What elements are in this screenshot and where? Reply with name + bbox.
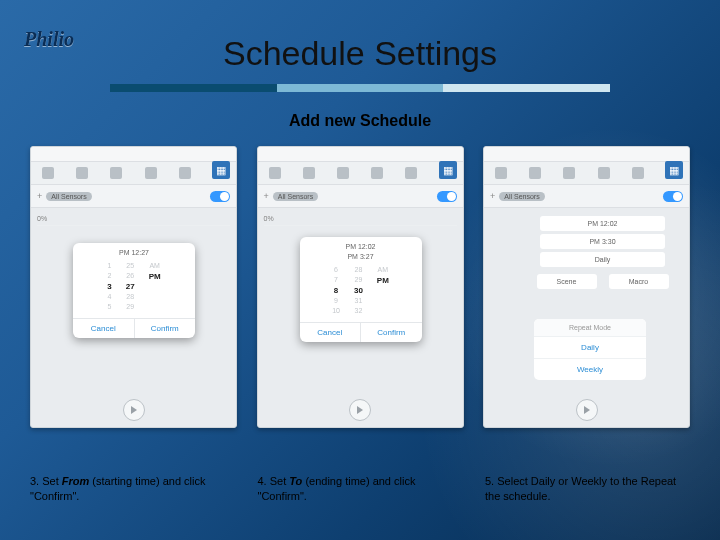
tab-bar xyxy=(258,162,463,185)
play-icon[interactable] xyxy=(349,399,371,421)
cancel-button[interactable]: Cancel xyxy=(300,323,362,342)
popup-header-from: PM 12:02 xyxy=(300,243,422,250)
caption-3: 5. Select Daily or Weekly to the Repeat … xyxy=(485,474,690,504)
calendar-icon[interactable]: ▦ xyxy=(665,161,683,179)
macro-button[interactable]: Macro xyxy=(609,274,669,289)
repeat-option-daily[interactable]: Daily xyxy=(534,336,646,358)
time-picker-popup: PM 12:27 1 2 3 4 5 25 26 27 28 29 AM xyxy=(73,243,195,338)
calendar-icon[interactable]: ▦ xyxy=(212,161,230,179)
scene-button[interactable]: Scene xyxy=(537,274,597,289)
sensor-pill[interactable]: All Sensors xyxy=(499,192,544,201)
form-list: 0% xyxy=(31,208,236,230)
form-list: 0% xyxy=(258,208,463,230)
play-icon[interactable] xyxy=(123,399,145,421)
list-item: 0% xyxy=(264,212,457,226)
secondary-row: + All Sensors xyxy=(31,185,236,208)
tab-bar xyxy=(31,162,236,185)
tab-icon xyxy=(110,167,122,179)
subtitle: Add new Schedule xyxy=(0,112,720,130)
play-icon[interactable] xyxy=(576,399,598,421)
popup-header-to: PM 3:27 xyxy=(300,253,422,260)
to-field[interactable]: PM 3:30 xyxy=(540,234,665,249)
repeat-header: Repeat Mode xyxy=(534,319,646,336)
secondary-row: + All Sensors xyxy=(484,185,689,208)
time-picker-popup: PM 12:02 PM 3:27 6 7 8 9 10 28 29 30 31 … xyxy=(300,237,422,342)
caption-2: 4. Set To (ending time) and click "Confi… xyxy=(258,474,463,504)
toggle-switch[interactable] xyxy=(437,191,457,202)
cancel-button[interactable]: Cancel xyxy=(73,319,135,338)
caption-1: 3. Set From (starting time) and click "C… xyxy=(30,474,235,504)
tab-icon xyxy=(179,167,191,179)
tab-icon xyxy=(145,167,157,179)
status-bar xyxy=(31,147,236,162)
accent-bar xyxy=(110,84,610,92)
status-bar xyxy=(484,147,689,162)
screenshot-to-time: + All Sensors ▦ 0% PM 12:02 PM 3:27 6 7 … xyxy=(257,146,464,428)
screenshot-from-time: + All Sensors ▦ 0% PM 12:27 1 2 3 4 5 25 xyxy=(30,146,237,428)
sensor-pill[interactable]: All Sensors xyxy=(273,192,318,201)
tab-icon xyxy=(303,167,315,179)
screenshot-row: + All Sensors ▦ 0% PM 12:27 1 2 3 4 5 25 xyxy=(30,146,690,428)
tab-icon xyxy=(337,167,349,179)
tab-icon xyxy=(495,167,507,179)
tab-icon xyxy=(632,167,644,179)
page-title: Schedule Settings xyxy=(0,34,720,73)
tab-icon xyxy=(42,167,54,179)
repeat-popup: Repeat Mode Daily Weekly xyxy=(534,319,646,380)
caption-row: 3. Set From (starting time) and click "C… xyxy=(30,474,690,504)
confirm-button[interactable]: Confirm xyxy=(361,323,422,342)
tab-icon xyxy=(371,167,383,179)
tab-icon xyxy=(76,167,88,179)
tab-icon xyxy=(529,167,541,179)
calendar-icon[interactable]: ▦ xyxy=(439,161,457,179)
status-bar xyxy=(258,147,463,162)
toggle-switch[interactable] xyxy=(663,191,683,202)
confirm-button[interactable]: Confirm xyxy=(135,319,196,338)
repeat-option-weekly[interactable]: Weekly xyxy=(534,358,646,380)
tab-icon xyxy=(269,167,281,179)
sensor-pill[interactable]: All Sensors xyxy=(46,192,91,201)
screenshot-repeat: + All Sensors ▦ PM 12:02 PM 3:30 Daily S… xyxy=(483,146,690,428)
picker-wheel[interactable]: 6 7 8 9 10 28 29 30 31 32 AM PM xyxy=(300,263,422,317)
popup-header: PM 12:27 xyxy=(73,249,195,256)
from-field[interactable]: PM 12:02 xyxy=(540,216,665,231)
schedule-form: PM 12:02 PM 3:30 Daily SceneMacro xyxy=(530,213,675,292)
toggle-switch[interactable] xyxy=(210,191,230,202)
tab-icon xyxy=(563,167,575,179)
picker-wheel[interactable]: 1 2 3 4 5 25 26 27 28 29 AM PM xyxy=(73,259,195,313)
secondary-row: + All Sensors xyxy=(258,185,463,208)
tab-icon xyxy=(405,167,417,179)
tab-icon xyxy=(598,167,610,179)
repeat-field[interactable]: Daily xyxy=(540,252,665,267)
list-item: 0% xyxy=(37,212,230,226)
tab-bar xyxy=(484,162,689,185)
